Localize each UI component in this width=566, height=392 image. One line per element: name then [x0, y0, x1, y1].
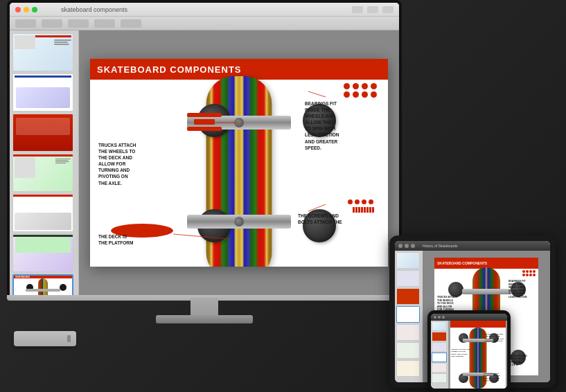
ipad-bd-3	[529, 270, 532, 273]
screw-line-8	[372, 207, 374, 213]
toolbar-btn-5[interactable]	[121, 19, 141, 28]
thumb-img-1	[15, 35, 35, 49]
screw-dot-4	[369, 199, 373, 204]
close-button[interactable]	[15, 7, 21, 12]
iphone-st-5[interactable]	[432, 363, 447, 373]
ipad-slide-2[interactable]	[396, 270, 420, 287]
iphone-dot-2	[438, 316, 441, 319]
iphone-toolbar	[431, 314, 507, 321]
toolbar-icon-1[interactable]	[352, 6, 363, 13]
screw-line-2	[355, 207, 357, 213]
iphone-screen: TRUCKS ATTACH THE WHEELS TO THE DECK AND…	[431, 314, 507, 389]
bearing-dot-5	[344, 91, 350, 98]
ipad-truck-top	[462, 289, 511, 294]
ipad-slide-7[interactable]	[396, 360, 420, 377]
screw-line-3	[358, 207, 360, 213]
ipad-slide-6[interactable]	[396, 342, 420, 359]
ipad-dot-1	[398, 244, 403, 248]
maximize-button[interactable]	[32, 7, 37, 12]
iphone-st-6[interactable]	[432, 373, 447, 383]
bearing-dot-2	[353, 83, 359, 89]
ipad-slide-5[interactable]	[396, 324, 420, 341]
app-title: skateboard components	[61, 6, 127, 13]
monitor-screen: skateboard components	[10, 3, 399, 295]
iphone: TRUCKS ATTACH THE WHEELS TO THE DECK AND…	[427, 310, 511, 392]
toolbar-btn-4[interactable]	[94, 19, 115, 28]
slide-thumb-1[interactable]	[12, 33, 73, 71]
slide-thumb-4[interactable]	[12, 154, 73, 192]
iphone-trucks-label: TRUCKS ATTACH THE WHEELS TO THE DECK AND…	[452, 348, 471, 357]
iphone-content: TRUCKS ATTACH THE WHEELS TO THE DECK AND…	[431, 321, 507, 389]
screw-dots	[348, 199, 374, 204]
content-area: skateboard	[10, 30, 399, 295]
iphone-st-3[interactable]	[432, 342, 447, 352]
screws-label: THE SCREWS ANDBOLTS ATTACH THE	[298, 213, 381, 225]
iphone-dot-1	[434, 316, 436, 319]
ipad-slide-1[interactable]	[396, 252, 420, 269]
monitor-stand-base	[156, 315, 253, 323]
ipad-toolbar: History of Skateboards	[395, 241, 550, 251]
toolbar-icon-3[interactable]	[382, 6, 393, 13]
ipad-trucks-label: TRUCKS ATTACHTHE WHEELSTO THE DECKAND AL…	[437, 296, 463, 312]
slide-thumb-7-active[interactable]: skateboard	[12, 274, 73, 295]
ipad-slides-panel	[395, 251, 423, 382]
ipad-bd-6	[526, 274, 529, 276]
ipad-bd-5	[522, 274, 525, 276]
secondary-toolbar	[10, 17, 399, 30]
truck-bolt-top	[234, 118, 244, 127]
toolbar-icon-2[interactable]	[367, 6, 378, 13]
minimize-button[interactable]	[24, 7, 29, 12]
slide-thumb-3[interactable]	[12, 114, 73, 152]
bearing-dot-8	[371, 91, 377, 98]
slide-thumb-2[interactable]	[12, 73, 73, 112]
ipad-bearings-label: BEARINGS FITINSIDE THEWHEELS ANDALLOW TH…	[508, 280, 536, 299]
bearing-dot-3	[362, 83, 368, 89]
bearing-dot-1	[344, 83, 350, 89]
toolbar-icons	[352, 6, 393, 13]
toolbar-btn-3[interactable]	[68, 19, 89, 28]
monitor: skateboard components	[0, 0, 409, 360]
ipad-title: History of Skateboards	[423, 244, 458, 248]
iphone-screws-label: THE SCREWS AND BOLTS ATTACH THE DECK IN …	[484, 373, 504, 382]
slide-thumb-6[interactable]	[12, 234, 73, 272]
ipad-bearing-dots	[522, 270, 536, 276]
iphone-slide-canvas: TRUCKS ATTACH THE WHEELS TO THE DECK AND…	[450, 321, 506, 389]
monitor-screen-outer: skateboard components	[7, 0, 402, 298]
iphone-main: TRUCKS ATTACH THE WHEELS TO THE DECK AND…	[448, 321, 507, 389]
screw-line-5	[364, 207, 366, 213]
iphone-slides-panel	[431, 321, 448, 389]
ipad-slide-4-active[interactable]	[396, 306, 420, 323]
ipad-bd-4	[533, 270, 536, 273]
iphone-bearings-label: BEARINGS FIT INSIDE THE WHEELS AND ALLOW…	[485, 333, 504, 342]
screw-dot-2	[355, 199, 360, 204]
ipad-dot-3	[411, 244, 415, 248]
ipad-slide-3[interactable]	[396, 288, 420, 305]
iphone-st-4-active[interactable]	[432, 353, 447, 362]
iphone-st-2[interactable]	[432, 332, 447, 341]
bearing-dot-7	[362, 91, 368, 98]
slide-editor[interactable]: skateboard components	[79, 30, 399, 295]
slide-thumb-5[interactable]	[12, 194, 73, 232]
screw-line-7	[369, 207, 371, 213]
truck-icon-graphic	[187, 113, 222, 131]
screw-line-1	[353, 207, 355, 213]
ipad-bd-7	[529, 274, 532, 276]
iphone-st-1[interactable]	[432, 321, 447, 331]
trucks-label: TRUCKS ATTACHTHE WHEELS TOTHE DECK ANDAL…	[98, 142, 168, 186]
mac-mini-port	[67, 335, 71, 342]
slides-panel[interactable]: skateboard	[10, 30, 79, 295]
iphone-slide-title	[450, 321, 506, 328]
ipad-wheel-tl	[448, 282, 463, 297]
screws-graphic	[353, 207, 374, 213]
bearing-dot-4	[371, 83, 377, 89]
truck-bottom	[187, 215, 291, 229]
thumb-content-1	[13, 34, 73, 71]
mac-mini	[14, 331, 76, 346]
main-toolbar: skateboard components	[10, 3, 399, 17]
iphone-dot-3	[442, 316, 445, 319]
slide-canvas: skateboard components	[90, 59, 388, 267]
toolbar-btn-2[interactable]	[42, 19, 62, 28]
bearings-label: BEARINGS FITINSIDE THEWHEELS ANDALLOW TH…	[305, 100, 381, 151]
toolbar-btn-1[interactable]	[15, 19, 36, 28]
ipad-bd-8	[533, 274, 536, 276]
